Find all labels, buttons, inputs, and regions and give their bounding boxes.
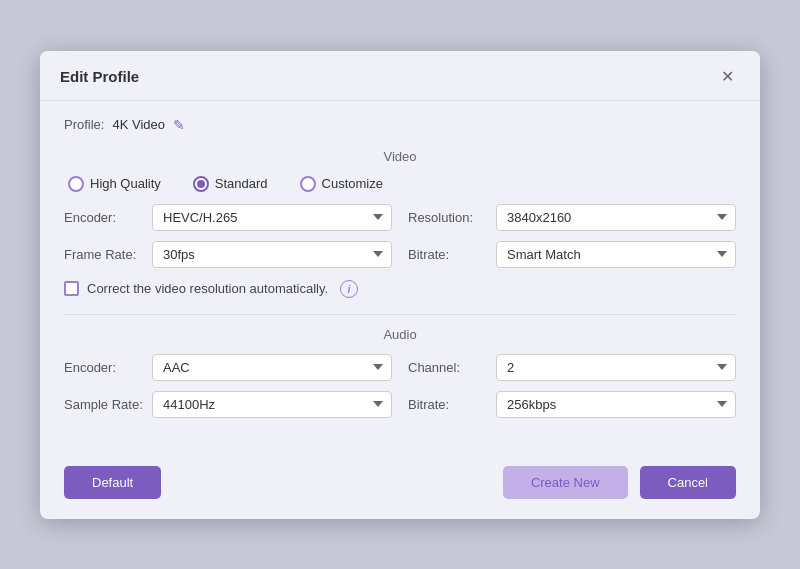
frame-rate-row: Frame Rate: 30fps 24fps 60fps: [64, 241, 392, 268]
cancel-button[interactable]: Cancel: [640, 466, 736, 499]
sample-rate-label: Sample Rate:: [64, 397, 144, 412]
title-bar: Edit Profile ✕: [40, 51, 760, 101]
resolution-row: Resolution: 3840x2160 1920x1080 1280x720: [408, 204, 736, 231]
audio-bitrate-label: Bitrate:: [408, 397, 488, 412]
radio-standard[interactable]: [193, 176, 209, 192]
default-button[interactable]: Default: [64, 466, 161, 499]
quality-option-customize[interactable]: Customize: [300, 176, 383, 192]
audio-bitrate-select[interactable]: 256kbps 192kbps 128kbps: [496, 391, 736, 418]
audio-encoder-select[interactable]: AAC MP3: [152, 354, 392, 381]
channel-label: Channel:: [408, 360, 488, 375]
radio-customize[interactable]: [300, 176, 316, 192]
dialog-title: Edit Profile: [60, 68, 139, 85]
profile-row: Profile: 4K Video ✎: [64, 117, 736, 133]
channel-row: Channel: 2 1 6: [408, 354, 736, 381]
audio-form-grid: Encoder: AAC MP3 Channel: 2 1 6 Sample R: [64, 354, 736, 418]
edit-icon[interactable]: ✎: [173, 117, 185, 133]
profile-label: Profile:: [64, 117, 104, 132]
encoder-label: Encoder:: [64, 210, 144, 225]
bitrate-select[interactable]: Smart Match Custom: [496, 241, 736, 268]
quality-standard-label: Standard: [215, 176, 268, 191]
radio-high[interactable]: [68, 176, 84, 192]
video-form-grid: Encoder: HEVC/H.265 H.264 VP9 Resolution…: [64, 204, 736, 268]
auto-resolution-label: Correct the video resolution automatical…: [87, 281, 328, 296]
resolution-select[interactable]: 3840x2160 1920x1080 1280x720: [496, 204, 736, 231]
audio-encoder-row: Encoder: AAC MP3: [64, 354, 392, 381]
close-button[interactable]: ✕: [715, 65, 740, 88]
video-quality-row: High Quality Standard Customize: [64, 176, 736, 192]
info-icon[interactable]: i: [340, 280, 358, 298]
quality-customize-label: Customize: [322, 176, 383, 191]
auto-resolution-row: Correct the video resolution automatical…: [64, 280, 736, 298]
audio-section: Audio Encoder: AAC MP3 Channel: 2 1 6: [64, 327, 736, 418]
dialog-content: Profile: 4K Video ✎ Video High Quality S…: [40, 101, 760, 454]
section-divider: [64, 314, 736, 315]
sample-rate-select[interactable]: 44100Hz 48000Hz: [152, 391, 392, 418]
encoder-select[interactable]: HEVC/H.265 H.264 VP9: [152, 204, 392, 231]
bitrate-row: Bitrate: Smart Match Custom: [408, 241, 736, 268]
audio-section-title: Audio: [64, 327, 736, 342]
quality-option-high[interactable]: High Quality: [68, 176, 161, 192]
resolution-label: Resolution:: [408, 210, 488, 225]
sample-rate-row: Sample Rate: 44100Hz 48000Hz: [64, 391, 392, 418]
video-section: Video High Quality Standard Customize: [64, 149, 736, 298]
edit-profile-dialog: Edit Profile ✕ Profile: 4K Video ✎ Video…: [40, 51, 760, 519]
audio-bitrate-row: Bitrate: 256kbps 192kbps 128kbps: [408, 391, 736, 418]
quality-high-label: High Quality: [90, 176, 161, 191]
encoder-row: Encoder: HEVC/H.265 H.264 VP9: [64, 204, 392, 231]
frame-rate-select[interactable]: 30fps 24fps 60fps: [152, 241, 392, 268]
bitrate-label: Bitrate:: [408, 247, 488, 262]
quality-option-standard[interactable]: Standard: [193, 176, 268, 192]
audio-encoder-label: Encoder:: [64, 360, 144, 375]
video-section-title: Video: [64, 149, 736, 164]
dialog-footer: Default Create New Cancel: [40, 454, 760, 519]
auto-resolution-checkbox[interactable]: [64, 281, 79, 296]
channel-select[interactable]: 2 1 6: [496, 354, 736, 381]
frame-rate-label: Frame Rate:: [64, 247, 144, 262]
profile-value: 4K Video: [112, 117, 165, 132]
footer-right: Create New Cancel: [503, 466, 736, 499]
create-new-button[interactable]: Create New: [503, 466, 628, 499]
